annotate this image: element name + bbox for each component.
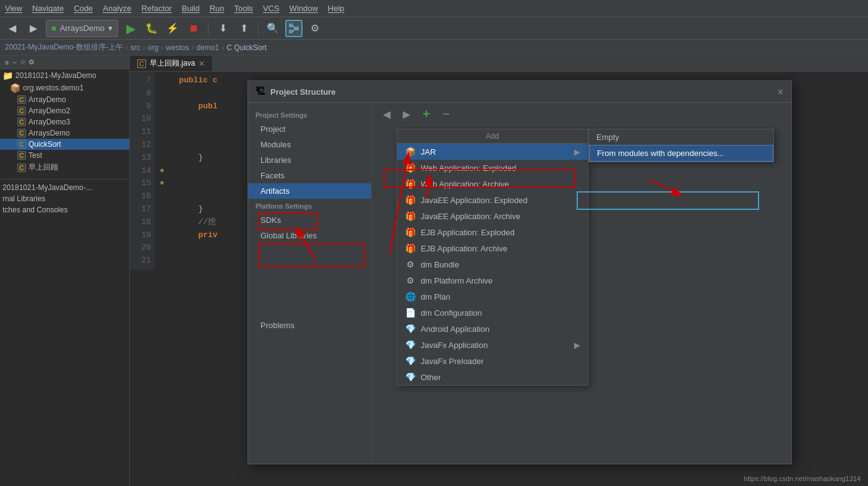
step-into-button[interactable]: ⬆	[235, 20, 252, 37]
popup-item-ejb-archive[interactable]: 🎁 EJB Application: Archive	[397, 240, 588, 256]
nav-modules[interactable]: Modules	[248, 137, 371, 152]
popup-item-dm-platform[interactable]: ⚙ dm Platform Archive	[397, 272, 588, 289]
popup-item-jar-label: JAR	[421, 147, 436, 157]
tree-item-quicksort[interactable]: C QuickSort	[0, 139, 129, 150]
popup-item-javaee-archive[interactable]: 🎁 JavaEE Application: Archive	[397, 208, 588, 224]
class-icon5: C	[17, 140, 26, 149]
stop-button[interactable]: ⏹	[185, 20, 202, 37]
tree-class7-label: 早上回顾	[28, 162, 58, 173]
add-menu-header: Add	[397, 129, 588, 144]
nav-libraries[interactable]: Libraries	[248, 152, 371, 168]
sub-item-empty-label: Empty	[596, 132, 619, 142]
dialog-close-icon[interactable]: ✕	[777, 87, 784, 97]
tree-item-morning[interactable]: C 早上回顾	[0, 161, 129, 174]
popup-item-javafx-preloader[interactable]: 💎 JavaFx Preloader	[397, 353, 588, 369]
back-button[interactable]: ◀	[4, 20, 21, 37]
tree-package[interactable]: 📦 org.westos.demo1	[0, 82, 129, 94]
run-config-dropdown[interactable]: ■ ArraysDemo ▾	[46, 20, 118, 37]
dialog-nav: Project Settings Project Modules Librari…	[248, 103, 372, 464]
popup-item-webapp-archive[interactable]: 🎁 Web Application: Archive	[397, 176, 588, 192]
forward-button[interactable]: ▶	[25, 20, 42, 37]
nav-sdks[interactable]: SDKs	[248, 212, 371, 228]
class-icon6: C	[17, 151, 26, 160]
popup-item-javaee-exploded[interactable]: 🎁 JavaEE Application: Exploded	[397, 192, 588, 208]
sub-item-empty[interactable]: Empty	[589, 129, 773, 145]
tree-item-arraydemo3[interactable]: C ArrayDemo3	[0, 116, 129, 128]
menu-vcs[interactable]: VCS	[263, 4, 280, 13]
tree-root[interactable]: 📁 20181021-MyJavaDemo	[0, 69, 129, 82]
popup-item-dm-bundle[interactable]: ⚙ dm Bundle	[397, 256, 588, 272]
nav-problems[interactable]: Problems	[248, 318, 371, 333]
breadcrumb-src[interactable]: src	[131, 43, 140, 52]
nav-artifacts[interactable]: Artifacts	[248, 183, 371, 199]
menu-refactor[interactable]: Refactor	[142, 4, 172, 13]
tree-item-arraydemo2[interactable]: C ArrayDemo2	[0, 105, 129, 116]
jar-sub-popup: Empty From modules with dependencies...	[588, 129, 774, 162]
menu-view[interactable]: View	[5, 4, 22, 13]
dialog-title: Project Structure	[270, 87, 772, 97]
tree-item-test[interactable]: C Test	[0, 150, 129, 161]
webapp-exploded-icon: 🎁	[405, 163, 416, 173]
menu-build[interactable]: Build	[182, 4, 200, 13]
breadcrumb-westos[interactable]: westos	[166, 43, 189, 52]
class-icon2: C	[17, 106, 26, 115]
popup-item-javafx[interactable]: 💎 JavaFx Application ▶	[397, 337, 588, 353]
breadcrumb-org[interactable]: org	[148, 43, 158, 52]
step-over-button[interactable]: ⬇	[214, 20, 231, 37]
popup-item-dm-bundle-label: dm Bundle	[421, 260, 459, 269]
breadcrumb-root[interactable]: 20021-MyJavaDemo-数组排序-上午	[5, 42, 123, 53]
platform-settings-label: Platform Settings	[248, 199, 371, 212]
run-button[interactable]: ▶	[122, 20, 139, 37]
find-button[interactable]: 🔍	[264, 20, 281, 37]
popup-item-javafx-preloader-label: JavaFx Preloader	[421, 357, 484, 366]
editor-tab-label: 早上回顾.java	[150, 58, 195, 69]
popup-item-ejb-archive-label: EJB Application: Archive	[421, 244, 507, 253]
dialog-remove-button[interactable]: −	[439, 106, 453, 121]
dialog-forward-button[interactable]: ▶	[399, 106, 414, 121]
android-icon: 💎	[405, 324, 416, 334]
menu-window[interactable]: Window	[290, 4, 318, 13]
popup-item-dm-config[interactable]: 📄 dm Configuration	[397, 305, 588, 321]
close-tab-icon[interactable]: ✕	[199, 59, 205, 68]
breadcrumb-demo1[interactable]: demo1	[196, 43, 219, 52]
jar-submenu-arrow: ▶	[574, 147, 580, 157]
file-tree-tab[interactable]: ≡↔ ☆⚙	[0, 56, 40, 69]
menu-tools[interactable]: Tools	[234, 4, 253, 13]
tree-item-arraysdemo[interactable]: C ArraysDemo	[0, 128, 129, 139]
menu-navigate[interactable]: Navigate	[32, 4, 64, 13]
tree-bottom-3-label: tches and Consoles	[2, 206, 67, 214]
javafx-preloader-icon: 💎	[405, 356, 416, 366]
tree-bottom-3[interactable]: tches and Consoles	[0, 204, 129, 215]
popup-item-ejb-exploded[interactable]: 🎁 EJB Application: Exploded	[397, 224, 588, 240]
settings-button[interactable]: ⚙	[306, 20, 324, 37]
other-icon: 💎	[405, 372, 416, 382]
toolbar: ◀ ▶ ■ ArraysDemo ▾ ▶ 🐛 ⚡ ⏹ ⬇ ⬆ 🔍 ⚙	[0, 17, 868, 40]
popup-item-jar[interactable]: 📦 JAR ▶	[397, 144, 588, 160]
editor-tab-morning[interactable]: C 早上回顾.java ✕	[130, 56, 213, 71]
popup-item-android[interactable]: 💎 Android Application	[397, 321, 588, 337]
coverage-button[interactable]: ⚡	[164, 20, 181, 37]
popup-item-webapp-exploded[interactable]: 🎁 Web Application: Exploded	[397, 160, 588, 176]
dialog-back-button[interactable]: ◀	[379, 106, 394, 121]
breadcrumb-quicksort[interactable]: C QuickSort	[226, 43, 267, 52]
dialog-add-button[interactable]: +	[419, 106, 434, 121]
nav-project[interactable]: Project	[248, 121, 371, 137]
svg-line-4	[293, 28, 295, 32]
menu-run[interactable]: Run	[210, 4, 225, 13]
popup-item-javaee-archive-label: JavaEE Application: Archive	[421, 212, 520, 221]
nav-global-libraries[interactable]: Global Libraries	[248, 228, 371, 243]
javaee-archive-icon: 🎁	[405, 211, 416, 221]
project-structure-button[interactable]	[285, 20, 303, 37]
tree-bottom-2[interactable]: rnal Libraries	[0, 193, 129, 204]
popup-item-other[interactable]: 💎 Other	[397, 369, 588, 385]
popup-item-dm-plan[interactable]: 🌐 dm Plan	[397, 289, 588, 305]
file-tree: ≡↔ ☆⚙ 📁 20181021-MyJavaDemo 📦 org.westos…	[0, 56, 130, 486]
nav-facets[interactable]: Facets	[248, 168, 371, 183]
sub-item-from-modules[interactable]: From modules with dependencies...	[589, 145, 773, 162]
tree-item-arraydemo[interactable]: C ArrayDemo	[0, 94, 129, 105]
tree-bottom-1[interactable]: 20181021-MyJavaDemo-...	[0, 182, 129, 193]
menu-help[interactable]: Help	[328, 4, 345, 13]
menu-analyze[interactable]: Analyze	[103, 4, 131, 13]
debug-button[interactable]: 🐛	[143, 20, 160, 37]
menu-code[interactable]: Code	[74, 4, 93, 13]
